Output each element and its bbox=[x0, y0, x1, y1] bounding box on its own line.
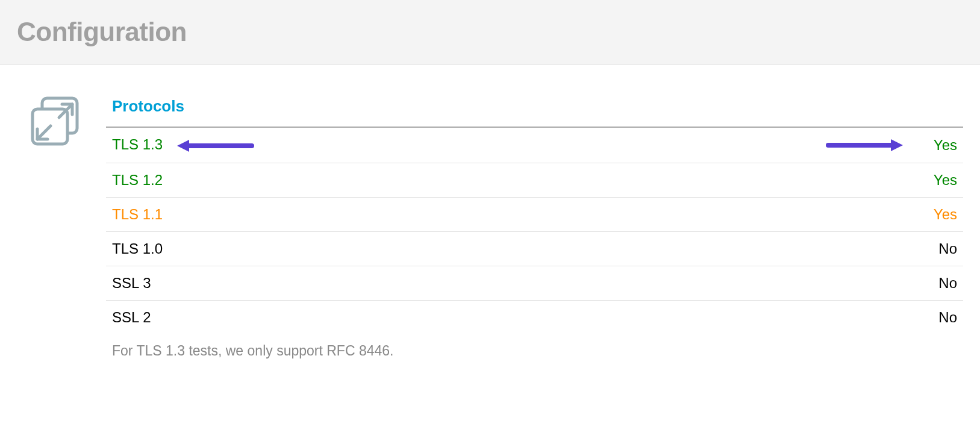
section-title-protocols: Protocols bbox=[112, 97, 963, 116]
table-row: TLS 1.1Yes bbox=[106, 197, 963, 231]
protocol-value: No bbox=[938, 275, 957, 291]
protocol-value: Yes bbox=[934, 137, 957, 153]
protocol-name: TLS 1.0 bbox=[112, 240, 163, 257]
protocol-name: TLS 1.1 bbox=[112, 206, 163, 222]
protocol-name: SSL 2 bbox=[112, 309, 151, 325]
table-row: SSL 3No bbox=[106, 266, 963, 300]
table-row: TLS 1.0No bbox=[106, 231, 963, 266]
svg-marker-5 bbox=[177, 140, 189, 152]
protocol-value: Yes bbox=[934, 172, 957, 188]
protocol-value: Yes bbox=[934, 206, 957, 222]
expand-icon[interactable] bbox=[29, 140, 82, 151]
protocol-name: TLS 1.3 bbox=[112, 136, 163, 152]
table-row: TLS 1.2Yes bbox=[106, 163, 963, 197]
arrow-right-icon bbox=[826, 137, 905, 154]
protocol-name: TLS 1.2 bbox=[112, 172, 163, 188]
arrow-left-icon bbox=[175, 137, 254, 154]
page-title: Configuration bbox=[17, 17, 963, 47]
protocols-table: TLS 1.3YesTLS 1.2YesTLS 1.1YesTLS 1.0NoS… bbox=[106, 127, 963, 334]
table-row: TLS 1.3Yes bbox=[106, 127, 963, 163]
svg-marker-7 bbox=[891, 139, 903, 151]
table-row: SSL 2No bbox=[106, 300, 963, 334]
protocol-value: No bbox=[938, 309, 957, 325]
header-bar: Configuration bbox=[0, 0, 980, 64]
protocol-value: No bbox=[938, 240, 957, 257]
protocols-note: For TLS 1.3 tests, we only support RFC 8… bbox=[106, 334, 963, 359]
protocol-name: SSL 3 bbox=[112, 275, 151, 291]
